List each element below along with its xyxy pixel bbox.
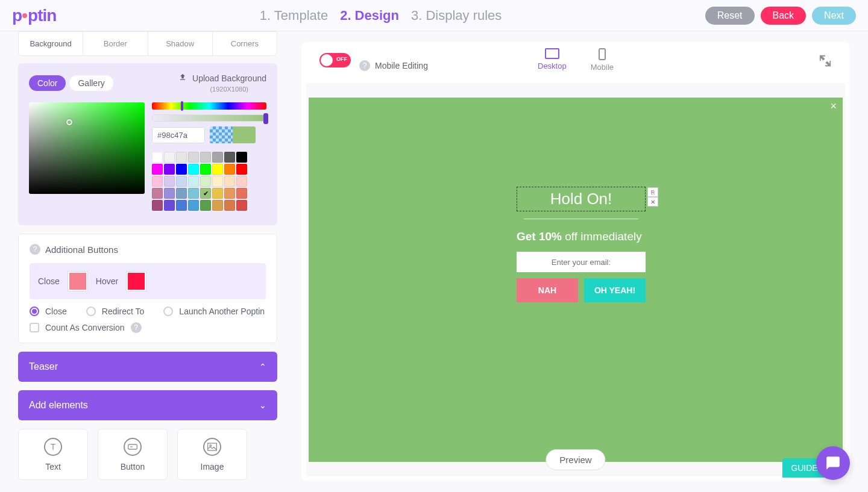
desktop-icon <box>545 48 559 59</box>
hex-input[interactable] <box>152 127 205 143</box>
color-swatch[interactable] <box>236 176 247 187</box>
step-template[interactable]: 1. Template <box>260 8 328 23</box>
device-tabs: Desktop Mobile <box>538 48 614 72</box>
reset-button[interactable]: Reset <box>705 7 755 25</box>
color-swatch[interactable] <box>200 152 211 163</box>
color-swatch[interactable] <box>188 152 199 163</box>
alpha-slider[interactable] <box>152 114 266 122</box>
step-design[interactable]: 2. Design <box>340 8 399 23</box>
add-image-element[interactable]: Image <box>177 429 247 480</box>
color-swatch[interactable] <box>164 164 175 175</box>
tab-mobile[interactable]: Mobile <box>591 48 614 72</box>
popup-sub-bold: Get 10% <box>517 230 562 243</box>
pill-gallery[interactable]: Gallery <box>69 75 113 91</box>
color-swatch[interactable] <box>212 164 223 175</box>
checkbox-count-conversion[interactable] <box>30 323 39 332</box>
mobile-editing-toggle[interactable]: OFF <box>319 53 351 67</box>
upload-background-button[interactable]: Upload Background (1920X1080) <box>178 73 266 93</box>
color-swatch[interactable] <box>236 164 247 175</box>
hue-slider[interactable] <box>152 102 266 110</box>
color-swatch[interactable] <box>212 200 223 211</box>
color-swatch[interactable] <box>176 164 187 175</box>
back-button[interactable]: Back <box>761 7 807 25</box>
next-button[interactable]: Next <box>812 7 856 25</box>
step-display-rules[interactable]: 3. Display rules <box>411 8 502 23</box>
color-swatch[interactable] <box>164 188 175 199</box>
popup-title-element[interactable]: Hold On! ⎘ ✕ <box>517 187 646 211</box>
popup-email-input[interactable] <box>517 252 646 272</box>
color-swatch[interactable] <box>236 188 247 199</box>
color-swatch[interactable] <box>176 152 187 163</box>
delete-handle-icon[interactable]: ✕ <box>647 197 658 207</box>
color-swatch[interactable] <box>224 188 235 199</box>
color-swatch[interactable] <box>200 188 211 199</box>
hover-color-swatch[interactable] <box>127 272 146 291</box>
popup-close-icon[interactable]: × <box>830 100 837 113</box>
color-swatch[interactable] <box>200 200 211 211</box>
color-swatch[interactable] <box>212 188 223 199</box>
accordion-add-elements[interactable]: Add elements ⌄ <box>18 390 277 420</box>
color-swatch[interactable] <box>152 164 163 175</box>
color-swatch[interactable] <box>224 152 235 163</box>
color-swatch[interactable] <box>152 200 163 211</box>
color-swatch[interactable] <box>164 152 175 163</box>
svg-rect-1 <box>208 443 217 450</box>
add-button-element[interactable]: Button <box>98 429 168 480</box>
color-swatch[interactable] <box>224 200 235 211</box>
help-icon[interactable]: ? <box>30 244 40 255</box>
canvas-area: OFF ? Mobile Editing Desktop Mobile <box>295 31 868 492</box>
color-swatch[interactable] <box>224 176 235 187</box>
saturation-value-picker[interactable] <box>29 102 145 194</box>
color-swatch[interactable] <box>236 152 247 163</box>
radio-launch-poptin[interactable] <box>163 307 173 316</box>
color-swatch[interactable] <box>200 176 211 187</box>
tab-background[interactable]: Background <box>19 32 83 55</box>
close-color-swatch[interactable] <box>68 272 87 291</box>
color-swatch[interactable] <box>152 176 163 187</box>
popup-preview[interactable]: × Hold On! ⎘ ✕ Get 10% off immediately <box>309 98 843 462</box>
tab-shadow[interactable]: Shadow <box>148 32 213 55</box>
hue-cursor[interactable] <box>181 101 183 111</box>
color-swatch[interactable] <box>212 152 223 163</box>
logo[interactable]: p ptin <box>12 6 56 25</box>
popup-nah-button[interactable]: NAH <box>517 278 578 302</box>
chevron-down-icon: ⌄ <box>259 400 266 410</box>
add-text-element[interactable]: T Text <box>18 429 88 480</box>
chat-fab[interactable] <box>816 446 850 480</box>
color-swatch[interactable] <box>176 176 187 187</box>
color-swatch[interactable] <box>164 176 175 187</box>
help-icon[interactable]: ? <box>131 322 142 333</box>
color-swatch[interactable] <box>188 188 199 199</box>
tab-desktop[interactable]: Desktop <box>538 48 567 72</box>
count-conversion-label: Count As Conversion <box>45 323 125 332</box>
element-button-label: Button <box>121 462 145 472</box>
color-swatch[interactable] <box>212 176 223 187</box>
duplicate-handle-icon[interactable]: ⎘ <box>647 187 658 197</box>
color-swatch[interactable] <box>188 200 199 211</box>
pill-color[interactable]: Color <box>29 75 66 91</box>
popup-yeah-button[interactable]: OH YEAH! <box>584 278 646 302</box>
accordion-teaser[interactable]: Teaser ⌃ <box>18 352 277 382</box>
tab-corners[interactable]: Corners <box>213 32 277 55</box>
help-icon[interactable]: ? <box>359 60 370 71</box>
color-swatch[interactable] <box>164 200 175 211</box>
popup-subtitle[interactable]: Get 10% off immediately <box>517 230 646 243</box>
color-swatch[interactable] <box>236 200 247 211</box>
color-swatch[interactable] <box>224 164 235 175</box>
radio-close[interactable] <box>30 307 39 316</box>
sv-cursor[interactable] <box>66 119 72 125</box>
alpha-cursor[interactable] <box>263 113 268 124</box>
fullscreen-icon[interactable] <box>819 54 832 70</box>
color-swatch[interactable] <box>188 176 199 187</box>
preview-button[interactable]: Preview <box>546 449 605 470</box>
image-icon <box>203 438 221 456</box>
color-swatch[interactable] <box>188 164 199 175</box>
color-swatch[interactable] <box>176 188 187 199</box>
chat-icon <box>825 455 841 471</box>
color-swatch[interactable] <box>200 164 211 175</box>
color-swatch[interactable] <box>176 200 187 211</box>
color-swatch[interactable] <box>152 152 163 163</box>
color-swatch[interactable] <box>152 188 163 199</box>
tab-border[interactable]: Border <box>83 32 148 55</box>
radio-redirect[interactable] <box>86 307 96 316</box>
